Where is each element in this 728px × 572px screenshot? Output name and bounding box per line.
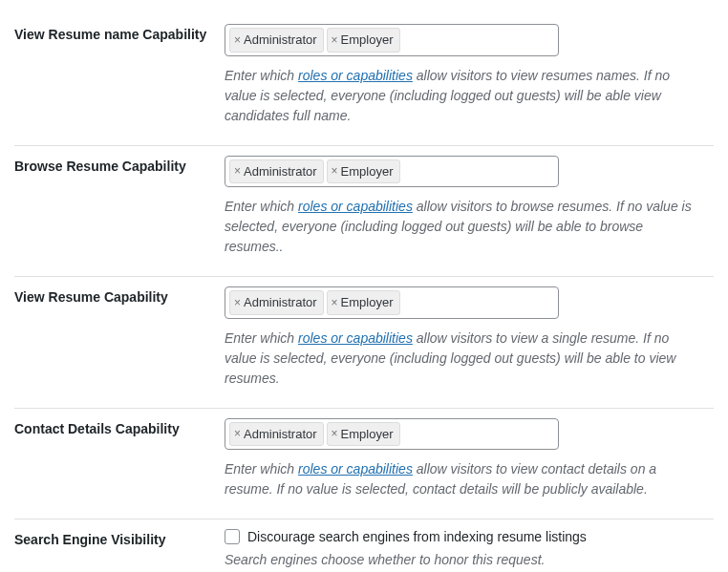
tag: × Administrator bbox=[229, 159, 324, 184]
roles-capabilities-link[interactable]: roles or capabilities bbox=[298, 199, 413, 214]
tag-label: Employer bbox=[341, 293, 394, 312]
remove-tag-icon[interactable]: × bbox=[234, 294, 241, 311]
contact-details-label: Contact Details Capability bbox=[14, 409, 225, 519]
search-engine-label: Search Engine Visibility bbox=[14, 519, 225, 572]
roles-capabilities-link[interactable]: roles or capabilities bbox=[298, 461, 413, 477]
view-resume-description: Enter which roles or capabilities allow … bbox=[225, 328, 702, 389]
tag-label: Administrator bbox=[244, 293, 317, 312]
remove-tag-icon[interactable]: × bbox=[234, 32, 241, 49]
tag: × Employer bbox=[327, 422, 400, 447]
roles-capabilities-link[interactable]: roles or capabilities bbox=[298, 330, 413, 346]
desc-text: Enter which bbox=[225, 330, 298, 346]
remove-tag-icon[interactable]: × bbox=[332, 425, 338, 442]
tag: × Administrator bbox=[229, 290, 324, 315]
view-resume-input[interactable]: × Administrator × Employer bbox=[225, 286, 559, 319]
tag: × Employer bbox=[327, 290, 400, 315]
remove-tag-icon[interactable]: × bbox=[332, 162, 338, 180]
tag-label: Employer bbox=[341, 425, 394, 444]
browse-resume-description: Enter which roles or capabilities allow … bbox=[225, 197, 702, 257]
tag: × Employer bbox=[327, 28, 400, 53]
search-engine-checkbox-label[interactable]: Discourage search engines from indexing … bbox=[247, 529, 587, 544]
view-resume-label: View Resume Capability bbox=[14, 277, 225, 408]
desc-text: Enter which bbox=[225, 199, 298, 214]
browse-resume-label: Browse Resume Capability bbox=[14, 146, 225, 277]
search-engine-checkbox[interactable] bbox=[225, 529, 240, 544]
tag-label: Administrator bbox=[244, 162, 317, 181]
tag-label: Employer bbox=[341, 162, 394, 181]
tag-label: Employer bbox=[341, 31, 394, 50]
tag: × Administrator bbox=[229, 28, 324, 53]
remove-tag-icon[interactable]: × bbox=[234, 425, 241, 442]
remove-tag-icon[interactable]: × bbox=[332, 32, 338, 49]
contact-details-description: Enter which roles or capabilities allow … bbox=[225, 459, 702, 499]
browse-resume-input[interactable]: × Administrator × Employer bbox=[225, 156, 559, 188]
tag: × Administrator bbox=[229, 422, 324, 447]
tag-label: Administrator bbox=[244, 425, 317, 444]
view-resume-name-label: View Resume name Capability bbox=[14, 14, 225, 145]
contact-details-input[interactable]: × Administrator × Employer bbox=[225, 418, 559, 451]
search-engine-description: Search engines choose whether to honor t… bbox=[225, 550, 704, 570]
roles-capabilities-link[interactable]: roles or capabilities bbox=[298, 68, 413, 83]
desc-text: Enter which bbox=[225, 68, 298, 83]
tag: × Employer bbox=[327, 159, 400, 184]
view-resume-name-input[interactable]: × Administrator × Employer bbox=[225, 24, 559, 56]
remove-tag-icon[interactable]: × bbox=[332, 294, 338, 311]
remove-tag-icon[interactable]: × bbox=[234, 162, 241, 180]
tag-label: Administrator bbox=[244, 31, 317, 50]
view-resume-name-description: Enter which roles or capabilities allow … bbox=[225, 66, 702, 126]
desc-text: Enter which bbox=[225, 461, 298, 477]
